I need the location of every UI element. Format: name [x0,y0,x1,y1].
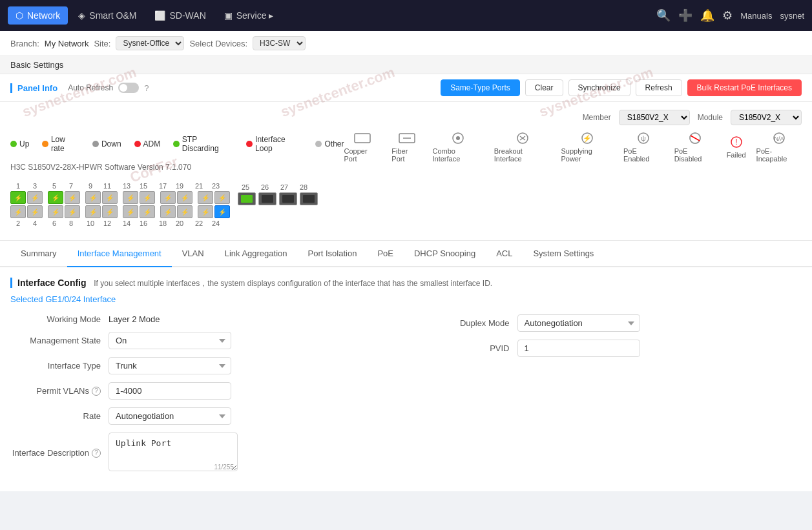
svg-text:⚡: ⚡ [583,134,592,143]
permit-vlans-row: Permit VLANs ? [10,382,393,400]
permit-vlans-help-icon[interactable]: ? [92,387,101,396]
port-8[interactable]: ⚡ [65,205,80,218]
tab-summary[interactable]: Summary [10,241,67,267]
port-12[interactable]: ⚡ [102,205,118,218]
legend-other: Other [315,139,344,148]
port-14[interactable]: ⚡ [123,205,138,218]
auto-refresh-toggle[interactable] [118,83,139,93]
lightning-icon-4: ⚡ [31,209,39,216]
gear-icon[interactable]: ⚙ [722,8,733,23]
same-type-ports-button[interactable]: Same-Type Ports [441,79,520,96]
interface-description-label: Interface Description ? [10,448,101,458]
legend-down-label: Down [101,139,121,148]
lightning-icon-23: ⚡ [218,194,226,201]
lightning-icon-20: ⚡ [181,209,189,216]
tab-interface-management[interactable]: Interface Management [67,241,172,267]
lightning-icon-3: ⚡ [31,194,39,201]
interface-description-help-icon[interactable]: ? [92,449,101,458]
tab-acl[interactable]: ACL [486,241,523,267]
nav-network[interactable]: ⬡ Network [8,6,68,25]
port-20[interactable]: ⚡ [177,205,193,218]
legend-row: Up Low rate Down ADM STP Discarding Inte… [10,135,344,153]
port-21[interactable]: ⚡ [198,191,213,204]
port-13[interactable]: ⚡ [123,191,138,204]
synchronize-button[interactable]: Synchronize [568,79,630,96]
port-26[interactable] [258,192,276,205]
port-27[interactable] [279,192,297,205]
port-22[interactable]: ⚡ [198,205,213,218]
icon-copper: Copper Port [344,132,382,163]
port-4[interactable]: ⚡ [27,205,43,218]
tab-dhcp-snooping[interactable]: DHCP Snooping [404,241,486,267]
tab-port-isolation[interactable]: Port Isolation [298,241,368,267]
form-left: Working Mode Layer 2 Mode Management Sta… [10,314,393,481]
nav-sdwan[interactable]: ⬜ SD-WAN [147,6,213,25]
help-icon: ? [144,83,149,93]
tabs-bar: Summary Interface Management VLAN Link A… [0,241,812,267]
branch-label: Branch: [10,39,39,48]
port-16[interactable]: ⚡ [140,205,155,218]
clear-button[interactable]: Clear [525,79,563,96]
permit-vlans-label: Permit VLANs ? [10,386,101,396]
nav-smartoam[interactable]: ◈ Smart O&M [70,6,144,25]
lightning-icon-7: ⚡ [68,194,76,201]
svg-point-4 [456,136,460,140]
member-select[interactable]: S1850V2_X [619,110,690,125]
port-25[interactable] [238,192,256,205]
icon-failed: ! Failed [727,136,746,159]
port-24[interactable]: ⚡ [214,205,230,218]
site-select[interactable]: Sysnet-Office [116,36,184,50]
top-ports-row: ⚡ ⚡ ⚡ ⚡ ⚡ ⚡ ⚡ ⚡ ⚡ ⚡ ⚡ ⚡ [10,191,230,204]
port-1[interactable]: ⚡ [10,191,26,204]
legend-lowrate-label: Low rate [51,135,79,153]
manuals-link[interactable]: Manuals [740,11,772,21]
tab-vlan[interactable]: VLAN [172,241,214,267]
port-2[interactable]: ⚡ [10,205,26,218]
pvid-row: PVID [419,340,802,357]
port-6[interactable]: ⚡ [48,205,63,218]
duplex-mode-row: Duplex Mode Autonegotiation Full Half [419,314,802,332]
bulk-restart-poe-button[interactable]: Bulk Restart PoE Interfaces [687,79,802,96]
port-3[interactable]: ⚡ [27,191,43,204]
legend-other-label: Other [324,139,344,148]
add-icon[interactable]: ➕ [678,8,692,23]
interface-type-select[interactable]: Trunk Access Hybrid [109,357,231,374]
port-9[interactable]: ⚡ [85,191,101,204]
pvid-input[interactable] [517,340,640,357]
rate-select[interactable]: Autonegotiation 10M 100M 1000M [109,407,231,425]
nav-service[interactable]: ▣ Service ▸ [216,6,282,25]
interface-description-row: Interface Description ? Uplink Port 11/2… [10,433,393,473]
port-10[interactable]: ⚡ [85,205,101,218]
port-7[interactable]: ⚡ [65,191,80,204]
permit-vlans-input[interactable] [109,382,231,400]
port-28[interactable] [300,192,318,205]
rate-row: Rate Autonegotiation 10M 100M 1000M [10,407,393,425]
port-15[interactable]: ⚡ [140,191,155,204]
duplex-mode-select[interactable]: Autonegotiation Full Half [517,314,640,332]
svg-text:ψ: ψ [641,134,646,142]
port-5[interactable]: ⚡ [48,191,63,204]
tab-system-settings[interactable]: System Settings [523,241,604,267]
management-state-select[interactable]: On Off [109,332,231,349]
search-icon[interactable]: 🔍 [656,8,671,23]
refresh-button[interactable]: Refresh [636,79,682,96]
dot-stp [173,141,180,147]
lightning-icon-17: ⚡ [164,194,172,201]
interface-type-label: Interface Type [10,361,101,371]
interface-type-row: Interface Type Trunk Access Hybrid [10,357,393,374]
tab-poe[interactable]: PoE [367,241,404,267]
port-18[interactable]: ⚡ [160,205,176,218]
port-17[interactable]: ⚡ [160,191,176,204]
interface-config-hint: If you select multiple interfaces，the sy… [94,279,492,288]
port-19[interactable]: ⚡ [177,191,193,204]
bell-icon[interactable]: 🔔 [700,8,714,23]
legend-up: Up [10,139,29,148]
port-11[interactable]: ⚡ [102,191,118,204]
port-23[interactable]: ⚡ [214,191,230,204]
device-select[interactable]: H3C-SW [253,36,306,50]
module-select[interactable]: S1850V2_X [731,110,802,125]
dot-lowrate [42,141,48,147]
tab-link-aggregation[interactable]: Link Aggregation [214,241,298,267]
nav-right: 🔍 ➕ 🔔 ⚙ Manuals sysnet [656,8,804,23]
selected-interface[interactable]: Selected GE1/0/24 Interface [10,294,802,304]
